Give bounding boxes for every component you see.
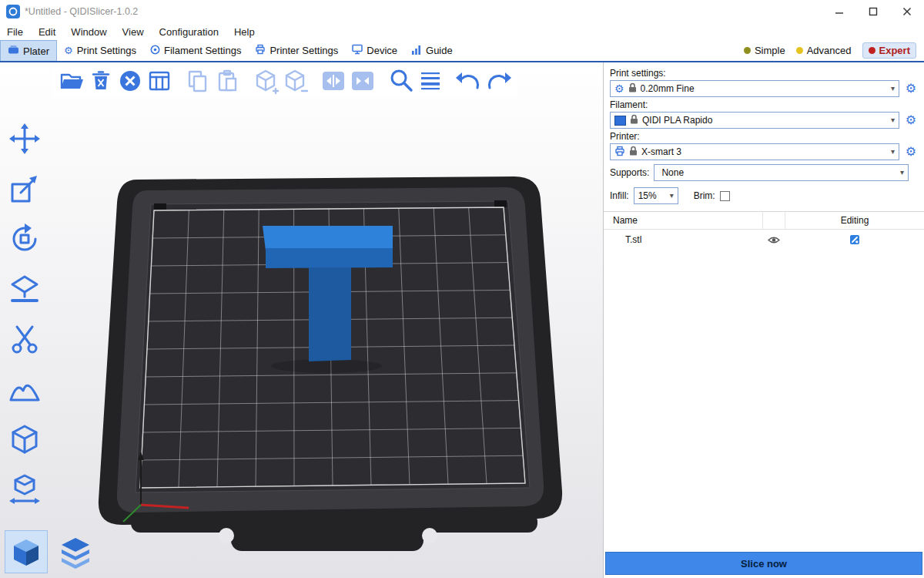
filament-color-swatch bbox=[614, 116, 626, 126]
mode-dot bbox=[744, 47, 751, 54]
undo-icon[interactable] bbox=[454, 66, 484, 96]
infill-value: 15% bbox=[638, 190, 666, 201]
redo-icon[interactable] bbox=[484, 66, 513, 96]
tab-filament-settings[interactable]: Filament Settings bbox=[143, 40, 248, 61]
menu-file[interactable]: File bbox=[0, 26, 31, 38]
copy-icon[interactable] bbox=[183, 66, 213, 96]
filament-value: QIDI PLA Rapido bbox=[642, 115, 887, 126]
tab-label: Printer Settings bbox=[270, 45, 338, 56]
3d-editor-view-icon[interactable] bbox=[5, 530, 48, 573]
tab-plater[interactable]: Plater bbox=[0, 40, 57, 61]
print-settings-gear-button[interactable]: ⚙ bbox=[904, 82, 918, 95]
build-plate-scene[interactable] bbox=[0, 62, 603, 578]
split-to-objects-icon[interactable] bbox=[319, 66, 348, 96]
tab-label: Guide bbox=[426, 45, 453, 56]
printer-combo[interactable]: X-smart 3 ▾ bbox=[610, 143, 899, 160]
menu-help[interactable]: Help bbox=[226, 26, 263, 38]
scale-icon[interactable] bbox=[5, 170, 45, 208]
measure-icon[interactable] bbox=[5, 470, 45, 509]
printer-value: X-smart 3 bbox=[641, 146, 887, 157]
chevron-down-icon: ▾ bbox=[891, 116, 895, 124]
printer-label: Printer: bbox=[604, 129, 924, 143]
mode-dot bbox=[869, 47, 875, 54]
gear-icon: ⚙ bbox=[64, 45, 73, 55]
print-settings-label: Print settings: bbox=[604, 66, 924, 80]
view-mode-toggles bbox=[5, 530, 97, 573]
settings-sidebar: Print settings: ⚙ 0.20mm Fine ▾ ⚙ Filame… bbox=[603, 62, 924, 578]
window-title: *Untitled - QIDISlicer-1.0.2 bbox=[25, 6, 138, 17]
object-list-header: Name Editing bbox=[604, 212, 924, 230]
column-name: Name bbox=[604, 215, 762, 226]
column-editing: Editing bbox=[785, 215, 924, 226]
split-to-parts-icon[interactable] bbox=[348, 66, 377, 96]
printer-gear-button[interactable]: ⚙ bbox=[904, 146, 918, 158]
open-folder-icon[interactable] bbox=[57, 66, 86, 96]
menu-configuration[interactable]: Configuration bbox=[152, 26, 226, 38]
eye-icon[interactable] bbox=[762, 230, 785, 250]
spool-icon bbox=[150, 45, 160, 57]
rotate-icon[interactable] bbox=[5, 220, 45, 258]
title-bar: *Untitled - QIDISlicer-1.0.2 bbox=[0, 0, 924, 23]
print-settings-combo[interactable]: ⚙ 0.20mm Fine ▾ bbox=[610, 80, 899, 97]
column-visibility bbox=[762, 212, 785, 229]
lock-icon bbox=[629, 146, 638, 158]
filament-combo[interactable]: QIDI PLA Rapido ▾ bbox=[610, 112, 899, 129]
plater-icon bbox=[8, 45, 19, 57]
supports-combo[interactable]: None ▾ bbox=[654, 164, 909, 181]
delete-icon[interactable] bbox=[86, 66, 116, 96]
device-icon bbox=[352, 44, 363, 57]
tab-label: Plater bbox=[23, 45, 49, 57]
filament-gear-button[interactable]: ⚙ bbox=[904, 114, 918, 126]
printer-icon bbox=[614, 146, 625, 159]
object-name: T.stl bbox=[604, 234, 762, 245]
move-icon[interactable] bbox=[5, 119, 45, 158]
chevron-down-icon: ▾ bbox=[891, 85, 895, 92]
object-row[interactable]: T.stl bbox=[604, 230, 924, 250]
paste-icon[interactable] bbox=[213, 66, 242, 96]
lock-icon bbox=[630, 114, 638, 126]
gear-icon: ⚙ bbox=[614, 83, 624, 94]
mode-expert[interactable]: Expert bbox=[862, 42, 916, 59]
object-list-body[interactable] bbox=[604, 250, 924, 549]
tab-print-settings[interactable]: ⚙ Print Settings bbox=[57, 40, 143, 61]
close-button[interactable] bbox=[890, 0, 924, 23]
brim-checkbox[interactable] bbox=[720, 191, 730, 201]
print-settings-value: 0.20mm Fine bbox=[641, 83, 887, 94]
mode-advanced[interactable]: Advanced bbox=[796, 45, 852, 56]
seam-painting-icon[interactable] bbox=[5, 420, 45, 459]
paint-on-supports-icon[interactable] bbox=[5, 370, 45, 408]
tab-label: Print Settings bbox=[77, 45, 136, 56]
slice-now-button[interactable]: Slice now bbox=[605, 552, 922, 575]
minimize-button[interactable] bbox=[822, 0, 856, 23]
layers-preview-icon[interactable] bbox=[54, 530, 97, 573]
menu-bar: File Edit Window View Configuration Help bbox=[0, 23, 924, 40]
tab-printer-settings[interactable]: Printer Settings bbox=[248, 40, 345, 61]
menu-window[interactable]: Window bbox=[63, 26, 114, 38]
variable-layer-height-icon[interactable] bbox=[416, 66, 445, 96]
tab-device[interactable]: Device bbox=[345, 40, 404, 61]
arrange-icon[interactable] bbox=[145, 66, 174, 96]
mode-simple[interactable]: Simple bbox=[744, 45, 785, 56]
menu-edit[interactable]: Edit bbox=[31, 26, 63, 38]
mode-dot bbox=[796, 47, 803, 54]
editing-icon[interactable] bbox=[785, 234, 924, 245]
3d-viewport[interactable] bbox=[0, 62, 603, 578]
maximize-button[interactable] bbox=[856, 0, 890, 23]
cut-icon[interactable] bbox=[5, 320, 45, 358]
printer-icon bbox=[255, 44, 266, 57]
app-window: *Untitled - QIDISlicer-1.0.2 File Edit W… bbox=[0, 0, 924, 578]
mode-switcher: Simple Advanced Expert bbox=[744, 40, 924, 61]
remove-instance-icon[interactable] bbox=[280, 66, 310, 96]
supports-label: Supports: bbox=[610, 167, 649, 178]
search-icon[interactable] bbox=[387, 66, 416, 96]
infill-combo[interactable]: 15% ▾ bbox=[634, 187, 678, 204]
menu-view[interactable]: View bbox=[115, 26, 152, 38]
gizmo-toolbar bbox=[5, 119, 45, 509]
chevron-down-icon: ▾ bbox=[900, 169, 904, 176]
add-instance-icon[interactable] bbox=[251, 66, 280, 96]
app-logo-icon bbox=[6, 5, 20, 18]
tab-label: Device bbox=[367, 45, 397, 56]
place-on-face-icon[interactable] bbox=[5, 270, 45, 308]
delete-all-icon[interactable] bbox=[116, 66, 145, 96]
tab-guide[interactable]: Guide bbox=[404, 40, 460, 61]
